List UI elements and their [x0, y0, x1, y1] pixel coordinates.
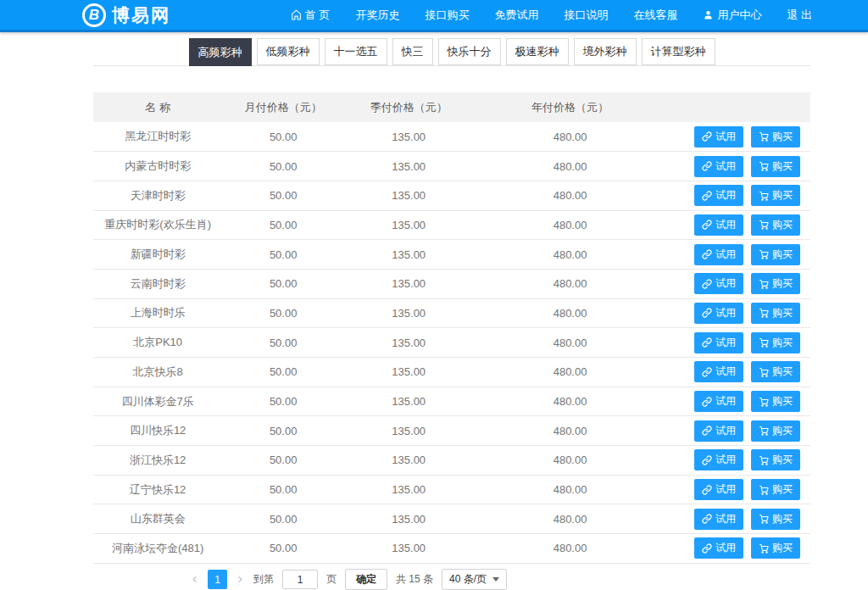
buy-button[interactable]: 购买	[751, 361, 800, 382]
cart-icon	[759, 455, 769, 465]
quarterly-price: 135.00	[344, 446, 473, 476]
trial-button-label: 试用	[715, 424, 736, 438]
lottery-name: 重庆时时彩(欢乐生肖)	[93, 210, 222, 240]
monthly-price: 50.00	[222, 446, 344, 476]
buy-button[interactable]: 购买	[751, 303, 800, 324]
trial-button[interactable]: 试用	[694, 361, 743, 382]
row-actions: 试用购买	[667, 298, 810, 328]
buy-button[interactable]: 购买	[751, 537, 800, 559]
link-icon	[702, 161, 712, 171]
row-actions: 试用购买	[667, 122, 810, 152]
table-row: 上海时时乐50.00135.00480.00试用购买	[93, 298, 810, 328]
buy-button[interactable]: 购买	[751, 126, 800, 148]
buy-button-label: 购买	[772, 365, 793, 379]
total-count-label: 共 15 条	[396, 572, 433, 587]
lottery-name: 北京快乐8	[93, 358, 222, 387]
buy-button[interactable]: 购买	[751, 332, 800, 353]
yearly-price: 480.00	[473, 475, 666, 504]
user-icon	[703, 9, 714, 20]
tab-low-freq[interactable]: 低频彩种	[257, 38, 320, 65]
quarterly-price: 135.00	[344, 387, 473, 416]
nav-item-api-buy[interactable]: 接口购买	[425, 8, 469, 23]
nav-item-free-trial[interactable]: 免费试用	[494, 8, 538, 23]
tab-kuai3[interactable]: 快三	[392, 38, 433, 65]
link-icon	[702, 514, 712, 524]
table-row: 内蒙古时时彩50.00135.00480.00试用购买	[93, 152, 810, 181]
monthly-price: 50.00	[222, 504, 344, 534]
row-actions: 试用购买	[667, 269, 810, 298]
lottery-name: 浙江快乐12	[93, 446, 222, 476]
buy-button[interactable]: 购买	[751, 156, 800, 177]
nav-item-online-service[interactable]: 在线客服	[633, 8, 677, 23]
tab-high-freq[interactable]: 高频彩种	[189, 38, 252, 66]
nav-item-user-center[interactable]: 用户中心	[703, 8, 761, 23]
buy-button[interactable]: 购买	[751, 185, 800, 206]
quarterly-price: 135.00	[344, 416, 473, 446]
goto-page-input[interactable]	[282, 570, 318, 589]
trial-button-label: 试用	[715, 188, 736, 203]
trial-button[interactable]: 试用	[694, 537, 743, 559]
trial-button[interactable]: 试用	[694, 420, 743, 442]
trial-button[interactable]: 试用	[694, 391, 743, 412]
page-size-select[interactable]: 40 条/页	[442, 569, 507, 590]
buy-button-label: 购买	[772, 159, 793, 174]
trial-button[interactable]: 试用	[694, 332, 743, 353]
yearly-price: 480.00	[473, 387, 666, 416]
trial-button[interactable]: 试用	[694, 303, 743, 324]
tab-speed[interactable]: 极速彩种	[506, 38, 569, 65]
yearly-price: 480.00	[473, 358, 666, 387]
monthly-price: 50.00	[222, 152, 344, 181]
confirm-button[interactable]: 确定	[345, 569, 387, 590]
link-icon	[702, 485, 712, 495]
buy-button[interactable]: 购买	[751, 449, 800, 470]
buy-button[interactable]: 购买	[751, 391, 800, 412]
nav-item-home[interactable]: 首 页	[291, 8, 331, 23]
buy-button[interactable]: 购买	[751, 420, 800, 442]
buy-button-label: 购买	[772, 188, 793, 203]
tab-computed[interactable]: 计算型彩种	[642, 38, 715, 65]
row-actions: 试用购买	[667, 416, 810, 446]
page-unit-label: 页	[326, 572, 337, 587]
trial-button[interactable]: 试用	[694, 273, 743, 294]
buy-button[interactable]: 购买	[751, 273, 800, 294]
cart-icon	[759, 191, 769, 201]
nav-item-api-docs[interactable]: 接口说明	[564, 8, 608, 23]
row-actions: 试用购买	[667, 181, 810, 210]
trial-button[interactable]: 试用	[694, 244, 743, 265]
yearly-price: 480.00	[473, 181, 666, 210]
logo[interactable]: B 博易网	[82, 3, 170, 27]
quarterly-price: 135.00	[344, 240, 473, 270]
buy-button[interactable]: 购买	[751, 509, 800, 530]
trial-button[interactable]: 试用	[694, 214, 743, 236]
trial-button[interactable]: 试用	[694, 156, 743, 177]
column-header-quarterly: 季付价格（元）	[344, 92, 473, 122]
trial-button[interactable]: 试用	[694, 126, 743, 148]
nav-item-logout[interactable]: 退 出	[787, 8, 812, 23]
trial-button[interactable]: 试用	[694, 479, 743, 500]
monthly-price: 50.00	[222, 122, 344, 152]
nav-item-label: 首 页	[305, 8, 331, 23]
chevron-right-icon[interactable]	[236, 575, 245, 584]
price-table: 名 称 月付价格（元） 季付价格（元） 年付价格（元） 黑龙江时时彩50.001…	[93, 92, 810, 564]
table-row: 山东群英会50.00135.00480.00试用购买	[93, 504, 810, 534]
buy-button[interactable]: 购买	[751, 214, 800, 236]
nav-item-lottery-history[interactable]: 开奖历史	[355, 8, 399, 23]
tab-overseas[interactable]: 境外彩种	[574, 38, 637, 65]
trial-button[interactable]: 试用	[694, 509, 743, 530]
cart-icon	[759, 543, 769, 554]
tab-kl10[interactable]: 快乐十分	[438, 38, 501, 65]
chevron-left-icon[interactable]	[190, 575, 199, 584]
column-header-monthly: 月付价格（元）	[222, 92, 344, 122]
buy-button[interactable]: 购买	[751, 244, 800, 265]
trial-button[interactable]: 试用	[694, 185, 743, 206]
trial-button-label: 试用	[715, 218, 736, 232]
buy-button[interactable]: 购买	[751, 479, 800, 500]
tab-11-5[interactable]: 十一选五	[325, 38, 387, 65]
monthly-price: 50.00	[222, 181, 344, 210]
lottery-name: 辽宁快乐12	[93, 475, 222, 504]
trial-button[interactable]: 试用	[694, 449, 743, 470]
page-number-current[interactable]: 1	[208, 570, 227, 589]
monthly-price: 50.00	[222, 416, 344, 446]
quarterly-price: 135.00	[344, 210, 473, 240]
monthly-price: 50.00	[222, 534, 344, 564]
